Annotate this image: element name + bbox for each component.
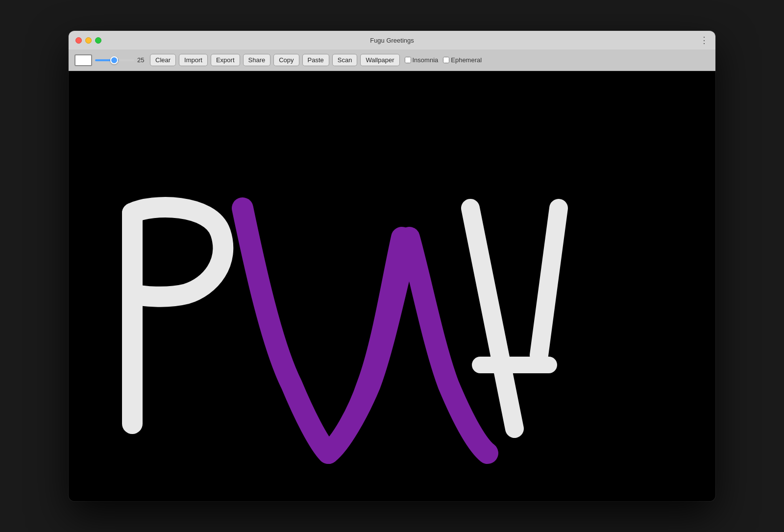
insomnia-label[interactable]: Insomnia <box>405 56 439 64</box>
ephemeral-label[interactable]: Ephemeral <box>443 56 482 64</box>
app-window: Fugu Greetings ⋮ 25 Clear Import Export … <box>69 31 715 501</box>
checkbox-group: Insomnia Ephemeral <box>405 56 482 64</box>
traffic-lights <box>75 37 101 44</box>
window-title: Fugu Greetings <box>370 37 414 44</box>
close-button[interactable] <box>75 37 82 44</box>
share-button[interactable]: Share <box>243 54 271 66</box>
maximize-button[interactable] <box>95 37 101 44</box>
color-swatch[interactable] <box>74 54 92 66</box>
brush-size-control: 25 <box>95 56 147 64</box>
toolbar: 25 Clear Import Export Share Copy Paste … <box>69 49 715 71</box>
copy-button[interactable]: Copy <box>273 54 299 66</box>
clear-button[interactable]: Clear <box>150 54 176 66</box>
wallpaper-button[interactable]: Wallpaper <box>360 54 399 66</box>
menu-button[interactable]: ⋮ <box>700 36 709 45</box>
minimize-button[interactable] <box>85 37 92 44</box>
titlebar: Fugu Greetings ⋮ <box>69 31 715 49</box>
import-button[interactable]: Import <box>179 54 208 66</box>
brush-size-slider[interactable] <box>95 59 134 61</box>
drawing-svg[interactable] <box>69 71 715 501</box>
brush-size-value: 25 <box>137 56 147 64</box>
paste-button[interactable]: Paste <box>302 54 329 66</box>
ephemeral-checkbox[interactable] <box>443 57 449 63</box>
scan-button[interactable]: Scan <box>332 54 358 66</box>
export-button[interactable]: Export <box>211 54 240 66</box>
insomnia-checkbox[interactable] <box>405 57 411 63</box>
drawing-canvas-area[interactable] <box>69 71 715 501</box>
